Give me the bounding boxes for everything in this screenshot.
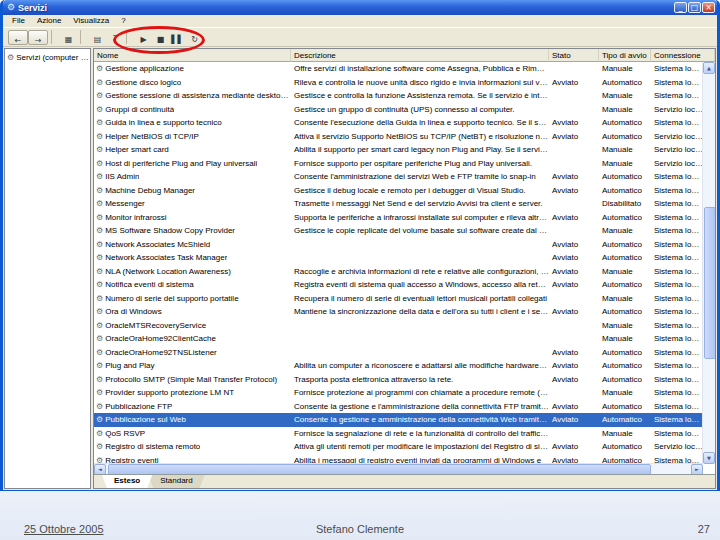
maximize-button[interactable]: □ — [688, 2, 701, 13]
service-name: Provider supporto protezione LM NT — [105, 386, 234, 399]
NLA (Network Location Awareness)[interactable]: ⚙ NLA (Network Location Awareness) Racco… — [94, 265, 703, 279]
service-logon-as: Sistema locale — [651, 251, 703, 264]
Gestione disco logico[interactable]: ⚙ Gestione disco logico Rileva e control… — [94, 76, 703, 90]
service-logon-as: Sistema locale — [651, 413, 703, 426]
service-name: Notifica eventi di sistema — [105, 278, 193, 291]
help-icon[interactable]: ? — [106, 30, 123, 45]
service-name: Guida in linea e supporto tecnico — [105, 116, 222, 129]
OracleOraHome92ClientCache[interactable]: ⚙ OracleOraHome92ClientCache Manuale Sis… — [94, 332, 703, 346]
minimize-button[interactable]: _ — [674, 2, 687, 13]
Pubblicazione FTP[interactable]: ⚙ Pubblicazione FTP Consente la gestione… — [94, 400, 703, 414]
view-tab[interactable]: Standard — [148, 475, 204, 488]
scroll-down-icon[interactable]: ▼ — [703, 452, 715, 464]
pause-service-icon[interactable]: ▌▌ — [169, 30, 186, 45]
menu-item[interactable]: Azione — [31, 15, 67, 27]
Pubblicazione sul Web[interactable]: ⚙ Pubblicazione sul Web Consente la gest… — [94, 413, 703, 427]
service-logon-as: Sistema locale — [651, 89, 703, 102]
Protocollo SMTP (Simple Mail Transfer Protocol)[interactable]: ⚙ Protocollo SMTP (Simple Mail Transfer … — [94, 373, 703, 387]
service-name: Pubblicazione FTP — [105, 400, 172, 413]
Messenger[interactable]: ⚙ Messenger Trasmette i messaggi Net Sen… — [94, 197, 703, 211]
QoS RSVP[interactable]: ⚙ QoS RSVP Fornisce la segnalazione di r… — [94, 427, 703, 441]
toolbar-button-glyph: ← — [15, 36, 22, 45]
service-gear-icon: ⚙ — [96, 238, 103, 251]
Plug and Play[interactable]: ⚙ Plug and Play Abilita un computer a ri… — [94, 359, 703, 373]
Provider supporto protezione LM NT[interactable]: ⚙ Provider supporto protezione LM NT For… — [94, 386, 703, 400]
forward-icon[interactable]: → — [28, 30, 48, 45]
service-status: Avviato — [549, 211, 599, 224]
slide-page-number: 27 — [698, 523, 710, 535]
service-startup-type: Automatico — [599, 400, 651, 413]
service-status: Avviato — [549, 305, 599, 318]
OracleOraHome92TNSListener[interactable]: ⚙ OracleOraHome92TNSListener Avviato Aut… — [94, 346, 703, 360]
service-description: Abilita il supporto per smart card legac… — [291, 143, 549, 156]
Network Associates Task Manager[interactable]: ⚙ Network Associates Task Manager Avviat… — [94, 251, 703, 265]
service-name-cell: ⚙ Helper NetBIOS di TCP/IP — [94, 130, 291, 143]
Notifica eventi di sistema[interactable]: ⚙ Notifica eventi di sistema Registra ev… — [94, 278, 703, 292]
service-startup-type: Automatico — [599, 130, 651, 143]
column-header[interactable]: Connessione — [651, 49, 715, 62]
service-gear-icon: ⚙ — [96, 157, 103, 170]
Gestione applicazione[interactable]: ⚙ Gestione applicazione Offre servizi di… — [94, 62, 703, 76]
service-gear-icon: ⚙ — [96, 427, 103, 440]
service-startup-type: Automatico — [599, 305, 651, 318]
tree-item-services-root[interactable]: ⚙ Servizi (computer locale) — [5, 49, 90, 64]
service-startup-type: Automatico — [599, 116, 651, 129]
Gruppi di continuità[interactable]: ⚙ Gruppi di continuità Gestisce un grupp… — [94, 103, 703, 117]
title-bar[interactable]: ⚙ Servizi _ □ × — [3, 0, 717, 15]
service-gear-icon: ⚙ — [96, 103, 103, 116]
service-name: IIS Admin — [105, 170, 139, 183]
Ora di Windows[interactable]: ⚙ Ora di Windows Mantiene la sincronizza… — [94, 305, 703, 319]
service-startup-type: Automatico — [599, 413, 651, 426]
service-status: Avviato — [549, 76, 599, 89]
start-service-icon[interactable]: ▶ — [135, 30, 152, 45]
menu-bar: File Azione Visualizza ? — [3, 15, 717, 28]
vertical-scrollbar[interactable]: ▲ ▼ — [702, 62, 715, 464]
service-startup-type: Automatico — [599, 440, 651, 453]
Helper smart card[interactable]: ⚙ Helper smart card Abilita il supporto … — [94, 143, 703, 157]
Numero di serie del supporto portatile[interactable]: ⚙ Numero di serie del supporto portatile… — [94, 292, 703, 306]
close-button[interactable]: × — [702, 2, 715, 13]
Registro di sistema remoto[interactable]: ⚙ Registro di sistema remoto Attiva gli … — [94, 440, 703, 454]
MS Software Shadow Copy Provider[interactable]: ⚙ MS Software Shadow Copy Provider Gesti… — [94, 224, 703, 238]
properties-icon[interactable]: ▤ — [89, 30, 106, 45]
service-logon-as: Sistema locale — [651, 170, 703, 183]
service-status: Avviato — [549, 238, 599, 251]
column-header[interactable]: Stato — [549, 49, 599, 62]
show-console-tree-icon[interactable]: ▦ — [60, 30, 77, 45]
service-gear-icon: ⚙ — [96, 251, 103, 264]
IIS Admin[interactable]: ⚙ IIS Admin Consente l'amministrazione d… — [94, 170, 703, 184]
Guida in linea e supporto tecnico[interactable]: ⚙ Guida in linea e supporto tecnico Cons… — [94, 116, 703, 130]
service-logon-as: Sistema locale — [651, 76, 703, 89]
service-status: Avviato — [549, 440, 599, 453]
restart-service-icon[interactable]: ↻ — [186, 30, 203, 45]
Machine Debug Manager[interactable]: ⚙ Machine Debug Manager Gestisce il debu… — [94, 184, 703, 198]
Monitor infrarossi[interactable]: ⚙ Monitor infrarossi Supporta le perifer… — [94, 211, 703, 225]
back-icon[interactable]: ← — [8, 30, 28, 45]
Gestione sessione di assistenza mediante desktop remoto[interactable]: ⚙ Gestione sessione di assistenza median… — [94, 89, 703, 103]
column-header[interactable]: Nome — [94, 49, 291, 62]
service-startup-type: Automatico — [599, 251, 651, 264]
service-startup-type: Automatico — [599, 238, 651, 251]
menu-item[interactable]: File — [6, 15, 31, 27]
column-header[interactable]: Tipo di avvio — [599, 49, 651, 62]
service-gear-icon: ⚙ — [96, 184, 103, 197]
tree-root-label: Servizi (computer locale) — [16, 53, 89, 62]
menu-item[interactable]: Visualizza — [67, 15, 115, 27]
vertical-scroll-thumb[interactable] — [704, 207, 716, 359]
Network Associates McShield[interactable]: ⚙ Network Associates McShield Avviato Au… — [94, 238, 703, 252]
OracleMTSRecoveryService[interactable]: ⚙ OracleMTSRecoveryService Manuale Siste… — [94, 319, 703, 333]
service-name: Pubblicazione sul Web — [105, 413, 186, 426]
service-gear-icon: ⚙ — [96, 413, 103, 426]
view-tab[interactable]: Esteso — [102, 475, 152, 488]
service-name-cell: ⚙ Messenger — [94, 197, 291, 210]
service-name-cell: ⚙ Network Associates McShield — [94, 238, 291, 251]
service-name: Network Associates Task Manager — [105, 251, 227, 264]
menu-item[interactable]: ? — [115, 15, 131, 27]
Host di periferiche Plug and Play universali[interactable]: ⚙ Host di periferiche Plug and Play univ… — [94, 157, 703, 171]
view-tabs: Esteso Standard — [94, 474, 715, 488]
scroll-up-icon[interactable]: ▲ — [703, 62, 715, 74]
console-tree-pane: ⚙ Servizi (computer locale) — [4, 48, 91, 489]
Helper NetBIOS di TCP/IP[interactable]: ⚙ Helper NetBIOS di TCP/IP Attiva il ser… — [94, 130, 703, 144]
column-header[interactable]: Descrizione — [291, 49, 549, 62]
stop-service-icon[interactable]: ■ — [152, 30, 169, 45]
